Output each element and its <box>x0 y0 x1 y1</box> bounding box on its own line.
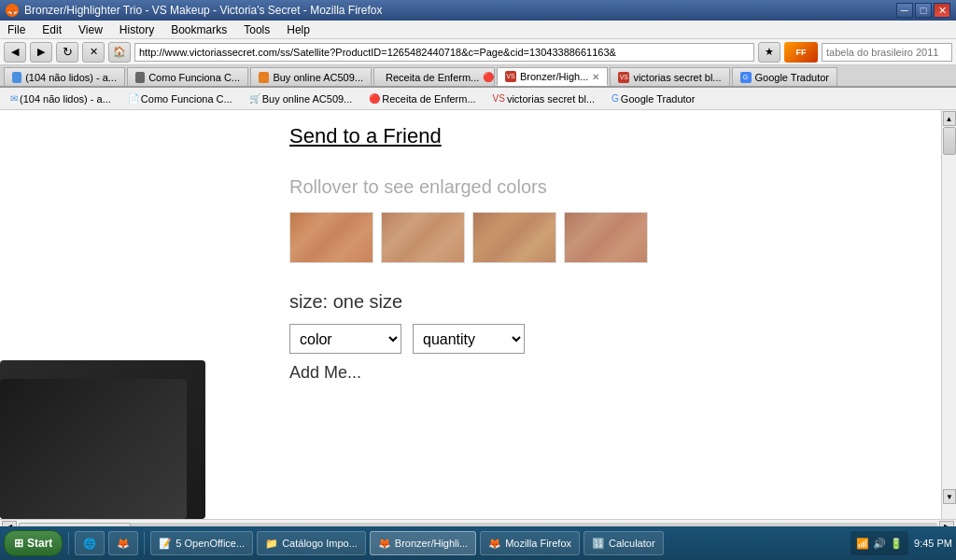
ie-icon: 🌐 <box>83 538 96 550</box>
address-input[interactable] <box>134 43 754 62</box>
search-input[interactable] <box>826 47 955 58</box>
close-button[interactable]: ✕ <box>934 3 950 18</box>
taskbar-btn-0-label: 5 OpenOffice... <box>176 538 245 549</box>
taskbar-oo-icon: 📝 <box>159 538 172 550</box>
refresh-button[interactable]: ↻ <box>56 42 78 63</box>
tab-4-close[interactable]: ✕ <box>592 72 599 82</box>
maximize-button[interactable]: □ <box>915 3 932 18</box>
taskbar: ⊞ Start 🌐 🦊 📝 5 OpenOffice... 📁 Catálogo… <box>0 526 956 560</box>
swatch-1[interactable] <box>381 212 465 263</box>
tab-5-favicon: VS <box>618 72 629 83</box>
taskbar-btn-0[interactable]: 📝 5 OpenOffice... <box>150 531 253 555</box>
scrollbar[interactable]: ▲ ▼ <box>941 110 956 519</box>
menu-edit[interactable]: Edit <box>38 23 65 36</box>
tab-6[interactable]: G Google Tradutor <box>732 67 838 86</box>
bookmark-3[interactable]: 🔴 Receita de Enferm... <box>362 91 482 107</box>
bookmark-0-icon: ✉ <box>10 93 18 104</box>
tab-5[interactable]: VS victorias secret bl... <box>610 67 729 86</box>
tab-2-favicon <box>259 72 269 83</box>
clock: 9:45 PM <box>914 538 952 549</box>
scroll-down-button[interactable]: ▼ <box>943 489 956 504</box>
tab-4[interactable]: VS Bronzer/High... ✕ <box>497 67 608 86</box>
scroll-thumb[interactable] <box>943 127 956 155</box>
tab-6-label: Google Tradutor <box>755 72 830 83</box>
tab-5-label: victorias secret bl... <box>633 72 721 83</box>
taskbar-btn-2[interactable]: 🦊 Bronzer/Highli... <box>370 531 476 555</box>
bookmark-2[interactable]: 🛒 Buy online AC509... <box>243 91 359 107</box>
tab-3-favicon-m: 🔴 <box>483 72 494 82</box>
sys-tray-sound: 🔊 <box>873 538 886 550</box>
content-area: Send to a Friend Rollover to see enlarge… <box>271 110 956 519</box>
taskbar-btn-4[interactable]: 🔢 Calculator <box>583 531 664 555</box>
taskbar-btn-1-label: Catálogo Impo... <box>282 538 358 549</box>
left-image-area <box>0 110 271 519</box>
bookmark-4[interactable]: VS victorias secret bl... <box>486 91 601 107</box>
bookmark-4-label: victorias secret bl... <box>507 93 595 105</box>
bookmark-0[interactable]: ✉ (104 não lidos) - a... <box>4 91 118 107</box>
home-button[interactable]: 🏠 <box>108 42 131 63</box>
bookmark-5[interactable]: G Google Tradutor <box>605 91 701 107</box>
taskbar-sep-1 <box>144 532 145 554</box>
bookmark-3-icon: 🔴 <box>369 93 380 104</box>
bookmark-1-label: Como Funciona C... <box>141 93 232 105</box>
menu-bookmarks[interactable]: Bookmarks <box>167 23 231 36</box>
back-button[interactable]: ◀ <box>4 42 26 63</box>
forward-button[interactable]: ▶ <box>30 42 52 63</box>
go-button[interactable]: ★ <box>758 42 780 63</box>
taskbar-sep-0 <box>68 532 69 554</box>
address-bar: ◀ ▶ ↻ ✕ 🏠 ★ FF 🔍 <box>0 39 956 65</box>
bookmark-3-label: Receita de Enferm... <box>382 93 475 105</box>
minimize-button[interactable]: ─ <box>896 3 913 18</box>
tab-2[interactable]: Buy online AC509... <box>250 67 372 86</box>
taskbar-btn-1[interactable]: 📁 Catálogo Impo... <box>257 531 366 555</box>
tab-4-label: Bronzer/High... <box>520 71 588 82</box>
tab-1-label: Como Funciona C... <box>148 72 240 83</box>
taskbar-right: 📶 🔊 🔋 9:45 PM <box>851 531 952 555</box>
swatch-3[interactable] <box>564 212 648 263</box>
menu-file[interactable]: File <box>4 23 29 36</box>
quantity-select[interactable]: quantity <box>413 324 525 354</box>
tab-1-favicon <box>135 72 145 83</box>
tab-1[interactable]: Como Funciona C... <box>127 67 248 86</box>
swatch-2[interactable] <box>472 212 556 263</box>
taskbar-btn-3-label: Mozilla Firefox <box>505 538 571 549</box>
menu-history[interactable]: History <box>116 23 158 36</box>
taskbar-btn-quick-ff[interactable]: 🦊 <box>108 531 138 555</box>
windows-icon: ⊞ <box>14 537 23 550</box>
bookmark-2-icon: 🛒 <box>249 93 260 104</box>
color-select[interactable]: color <box>289 324 401 354</box>
rollover-text: Rollover to see enlarged colors <box>289 176 937 198</box>
bookmark-5-icon: G <box>612 93 619 104</box>
title-bar: 🦊 Bronzer/Highlighter Trio - VS Makeup -… <box>0 0 956 21</box>
menu-view[interactable]: View <box>75 23 106 36</box>
ff-quick-icon: 🦊 <box>117 538 130 550</box>
bookmark-1-icon: 📄 <box>128 93 139 104</box>
menu-tools[interactable]: Tools <box>240 23 274 36</box>
bookmarks-bar: ✉ (104 não lidos) - a... 📄 Como Funciona… <box>0 88 956 110</box>
taskbar-doc-icon: 📁 <box>265 538 278 550</box>
tab-0[interactable]: (104 não lidos) - a... <box>4 67 125 86</box>
page-title: Send to a Friend <box>289 124 937 148</box>
tab-3-label: Receita de Enferm... <box>386 72 479 83</box>
taskbar-btn-3[interactable]: 🦊 Mozilla Firefox <box>480 531 580 555</box>
window-title: Bronzer/Highlighter Trio - VS Makeup - V… <box>24 4 383 17</box>
tab-0-favicon <box>12 72 21 83</box>
bookmark-4-icon: VS <box>493 93 505 104</box>
taskbar-ff2-icon: 🦊 <box>488 538 501 550</box>
scroll-up-button[interactable]: ▲ <box>943 111 956 126</box>
search-box: 🔍 <box>822 43 952 62</box>
color-swatches <box>289 212 937 263</box>
tab-3[interactable]: Receita de Enferm... 🔴 <box>373 67 495 86</box>
menu-help[interactable]: Help <box>283 23 314 36</box>
stop-button[interactable]: ✕ <box>82 42 105 63</box>
tab-2-label: Buy online AC509... <box>273 72 363 83</box>
taskbar-btn-quick-ie[interactable]: 🌐 <box>75 531 105 555</box>
size-label: size: one size <box>289 291 937 313</box>
bookmark-1[interactable]: 📄 Como Funciona C... <box>121 91 239 107</box>
start-button[interactable]: ⊞ Start <box>4 530 63 556</box>
sys-tray-network: 📶 <box>856 538 869 550</box>
bookmark-5-label: Google Tradutor <box>621 93 696 105</box>
main-content: Send to a Friend Rollover to see enlarge… <box>0 110 956 519</box>
start-label: Start <box>27 537 52 550</box>
swatch-0[interactable] <box>289 212 373 263</box>
